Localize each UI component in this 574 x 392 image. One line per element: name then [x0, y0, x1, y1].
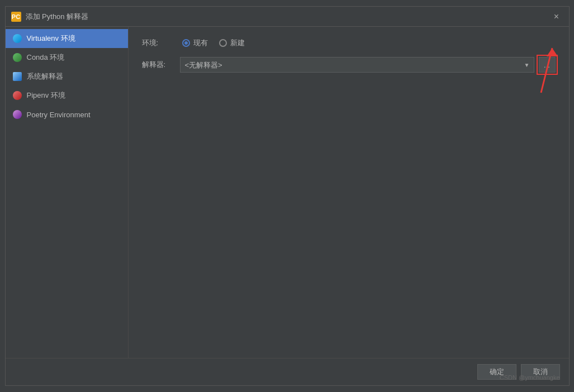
radio-existing-circle[interactable] [182, 39, 190, 47]
system-icon [12, 71, 22, 82]
env-label: 环境: [142, 38, 175, 48]
browse-button[interactable]: ... [539, 57, 556, 73]
sidebar: Virtualenv 环境 Conda 环境 系统解释器 Pipenv 环境 [6, 27, 129, 358]
watermark: CSDN @ymchuangke [500, 374, 560, 381]
dialog-title: 添加 Python 解释器 [26, 12, 89, 22]
sidebar-item-label-virtualenv: Virtualenv 环境 [27, 34, 75, 44]
env-row: 环境: 现有 新建 [142, 38, 556, 48]
virtualenv-icon [12, 34, 22, 44]
sidebar-item-pipenv[interactable]: Pipenv 环境 [6, 86, 128, 105]
app-icon: PC [11, 12, 21, 22]
sidebar-item-label-poetry: Poetry Environment [27, 111, 91, 119]
close-button[interactable]: × [550, 10, 563, 23]
conda-icon [12, 52, 22, 63]
radio-group: 现有 新建 [182, 38, 245, 48]
radio-new[interactable]: 新建 [219, 38, 245, 48]
sidebar-item-poetry[interactable]: Poetry Environment [6, 105, 128, 124]
radio-new-label: 新建 [230, 38, 245, 48]
dialog-body: Virtualenv 环境 Conda 环境 系统解释器 Pipenv 环境 [6, 27, 569, 358]
add-interpreter-dialog: PC 添加 Python 解释器 × Virtualenv 环境 Conda 环… [5, 6, 570, 386]
radio-existing-label: 现有 [193, 38, 208, 48]
interpreter-select-wrapper: <无解释器> ▼ [180, 57, 534, 73]
sidebar-item-label-conda: Conda 环境 [27, 52, 65, 63]
sidebar-item-conda[interactable]: Conda 环境 [6, 48, 128, 67]
title-bar: PC 添加 Python 解释器 × [6, 7, 569, 27]
sidebar-item-virtualenv[interactable]: Virtualenv 环境 [6, 29, 128, 48]
sidebar-item-label-system: 系统解释器 [27, 71, 63, 82]
title-bar-left: PC 添加 Python 解释器 [11, 12, 89, 22]
radio-new-circle[interactable] [219, 39, 227, 47]
sidebar-item-label-pipenv: Pipenv 环境 [27, 90, 65, 101]
sidebar-item-system[interactable]: 系统解释器 [6, 67, 128, 86]
radio-existing[interactable]: 现有 [182, 38, 208, 48]
interpreter-select[interactable]: <无解释器> [180, 57, 534, 73]
pipenv-icon [12, 90, 22, 101]
interpreter-label: 解释器: [142, 60, 175, 70]
dialog-footer: 确定 取消 [6, 358, 569, 385]
interpreter-row: 解释器: <无解释器> ▼ ... [142, 57, 556, 73]
main-content: 环境: 现有 新建 解释器: <无解释器> [129, 27, 569, 358]
poetry-icon [12, 109, 22, 119]
svg-marker-1 [547, 48, 558, 56]
